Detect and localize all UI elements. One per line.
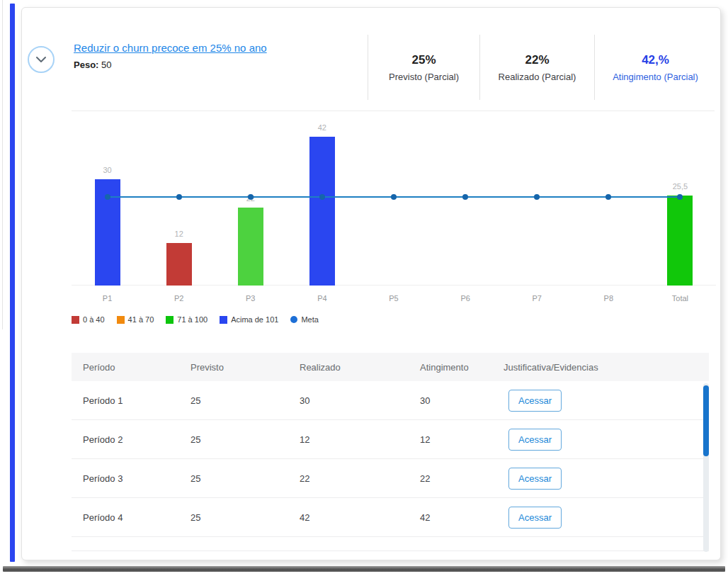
cell-previsto: 25 bbox=[179, 473, 288, 484]
table-body: Período 1253030AcessarPeríodo 2251212Ace… bbox=[72, 381, 709, 537]
table-row: Período 4254242Acessar bbox=[72, 498, 709, 537]
left-accent-bar bbox=[10, 4, 15, 562]
cell-realizado: 30 bbox=[288, 395, 409, 406]
chart-category-label-p2: P2 bbox=[158, 294, 200, 303]
column-header-atingimento: Atingimento bbox=[409, 362, 492, 373]
chart-legend: 0 à 4041 à 7071 à 100Acima de 101Meta bbox=[72, 315, 319, 324]
goal-header-left: Reduzir o churn precoce em 25% no ano Pe… bbox=[22, 8, 368, 111]
meta-point bbox=[605, 194, 611, 200]
chart-category-label-p4: P4 bbox=[301, 294, 343, 303]
legend-label: Acima de 101 bbox=[231, 315, 278, 324]
bar-value-label: 25,5 bbox=[664, 182, 695, 191]
collapse-toggle-button[interactable] bbox=[28, 46, 55, 73]
cell-justificativa: Acessar bbox=[492, 468, 709, 490]
cell-realizado: 42 bbox=[288, 512, 409, 523]
cell-periodo: Período 2 bbox=[72, 434, 179, 445]
cell-previsto: 25 bbox=[179, 395, 288, 406]
cell-previsto: 25 bbox=[179, 434, 288, 445]
stat-realizado-parcial-: 22%Realizado (Parcial) bbox=[479, 35, 594, 100]
acessar-button[interactable]: Acessar bbox=[508, 390, 562, 412]
chart-bar-p3 bbox=[238, 208, 263, 286]
cell-periodo: Período 1 bbox=[72, 395, 179, 406]
cell-justificativa: Acessar bbox=[492, 507, 709, 529]
peso-line: Peso: 50 bbox=[74, 60, 267, 70]
periods-table: PeríodoPrevistoRealizadoAtingimentoJusti… bbox=[72, 353, 709, 551]
legend-label: 41 à 70 bbox=[128, 315, 154, 324]
meta-point bbox=[462, 194, 468, 200]
legend-dot-icon bbox=[290, 316, 297, 323]
legend-swatch-icon bbox=[117, 316, 125, 324]
meta-point bbox=[534, 194, 540, 200]
stat-value: 22% bbox=[480, 53, 594, 67]
cell-periodo: Período 3 bbox=[72, 473, 179, 484]
table-scrollbar-track[interactable] bbox=[703, 383, 709, 552]
stat-label: Previsto (Parcial) bbox=[368, 72, 479, 82]
cell-atingimento: 30 bbox=[409, 395, 492, 406]
peso-value: 50 bbox=[101, 60, 111, 70]
acessar-button[interactable]: Acessar bbox=[508, 468, 562, 490]
goal-card: Reduzir o churn precoce em 25% no ano Pe… bbox=[21, 7, 721, 560]
bar-value-label: 12 bbox=[164, 230, 195, 238]
meta-point bbox=[319, 194, 325, 200]
column-header-realizado: Realizado bbox=[288, 362, 409, 373]
legend-item-0-40[interactable]: 0 à 40 bbox=[72, 315, 105, 324]
chart-category-label-p8: P8 bbox=[587, 294, 630, 303]
column-header-previsto: Previsto bbox=[179, 362, 288, 373]
stat-value: 42,% bbox=[595, 53, 716, 67]
table-row: Período 1253030Acessar bbox=[72, 381, 709, 420]
meta-point bbox=[391, 194, 397, 200]
table-row: Período 3252222Acessar bbox=[72, 459, 709, 498]
meta-point bbox=[248, 194, 254, 200]
chart-category-label-p5: P5 bbox=[372, 294, 415, 303]
goal-title-link[interactable]: Reduzir o churn precoce em 25% no ano bbox=[74, 42, 267, 54]
table-row: Período 2251212Acessar bbox=[72, 420, 709, 459]
header-divider bbox=[72, 111, 715, 111]
legend-label: Meta bbox=[301, 315, 318, 324]
chart-category-label-p7: P7 bbox=[516, 294, 558, 303]
legend-swatch-icon bbox=[72, 316, 79, 324]
legend-item-41-70[interactable]: 41 à 70 bbox=[117, 315, 154, 324]
column-header-justificativa-evidencias: Justificativa/Evidencias bbox=[492, 362, 709, 373]
cell-previsto: 25 bbox=[179, 512, 288, 523]
goal-title-block: Reduzir o churn precoce em 25% no ano Pe… bbox=[74, 40, 267, 111]
legend-label: 71 à 100 bbox=[177, 315, 207, 324]
chart-bar-total bbox=[667, 196, 693, 286]
bar-value-label: 42 bbox=[307, 123, 338, 132]
performance-bar-chart: 30P112P222P342P4P5P6P7P825,5Total bbox=[72, 113, 716, 304]
cell-atingimento: 12 bbox=[409, 434, 492, 445]
chart-bar-p4 bbox=[309, 137, 335, 286]
meta-point bbox=[105, 194, 110, 200]
legend-swatch-icon bbox=[166, 316, 174, 324]
meta-point bbox=[176, 194, 182, 200]
peso-label: Peso: bbox=[74, 60, 98, 70]
legend-item-meta[interactable]: Meta bbox=[290, 315, 318, 324]
goal-card-header: Reduzir o churn precoce em 25% no ano Pe… bbox=[22, 8, 720, 111]
cell-periodo: Período 4 bbox=[72, 512, 179, 523]
table-header-row: PeríodoPrevistoRealizadoAtingimentoJusti… bbox=[72, 353, 709, 381]
legend-item-71-100[interactable]: 71 à 100 bbox=[166, 315, 207, 324]
acessar-button[interactable]: Acessar bbox=[508, 507, 562, 529]
acessar-button[interactable]: Acessar bbox=[508, 429, 562, 451]
chart-category-label-p1: P1 bbox=[86, 294, 129, 303]
stat-atingimento-parcial-: 42,%Atingimento (Parcial) bbox=[594, 35, 716, 100]
table-bottom-spacer bbox=[72, 537, 709, 551]
stat-previsto-parcial-: 25%Previsto (Parcial) bbox=[368, 35, 479, 100]
cell-justificativa: Acessar bbox=[492, 429, 709, 451]
legend-label: 0 à 40 bbox=[83, 315, 105, 324]
chevron-down-icon bbox=[35, 56, 47, 63]
stats-row: 25%Previsto (Parcial)22%Realizado (Parci… bbox=[368, 8, 716, 111]
stat-label: Realizado (Parcial) bbox=[480, 72, 594, 82]
chart-category-label-p6: P6 bbox=[444, 294, 487, 303]
chart-category-label-total: Total bbox=[659, 294, 701, 303]
bar-value-label: 30 bbox=[92, 166, 123, 174]
table-scrollbar-thumb[interactable] bbox=[703, 385, 709, 456]
page-left-edge bbox=[2, 0, 3, 329]
stat-label: Atingimento (Parcial) bbox=[595, 72, 716, 82]
column-header-per-odo: Período bbox=[72, 362, 179, 373]
legend-item-acima-de-101[interactable]: Acima de 101 bbox=[220, 315, 278, 324]
chart-category-label-p3: P3 bbox=[229, 294, 272, 303]
legend-swatch-icon bbox=[220, 316, 227, 324]
cell-realizado: 12 bbox=[288, 434, 409, 445]
window-bottom-bar bbox=[3, 566, 725, 572]
cell-atingimento: 22 bbox=[409, 473, 492, 484]
